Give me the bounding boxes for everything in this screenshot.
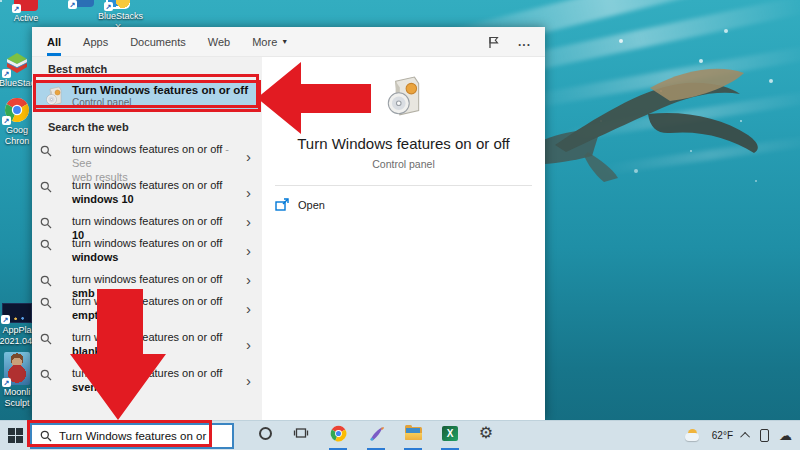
search-input[interactable] bbox=[59, 430, 209, 442]
device-icon[interactable] bbox=[760, 429, 769, 442]
tray-expand-icon[interactable] bbox=[740, 431, 750, 441]
search-web-header: Search the web bbox=[32, 120, 262, 138]
taskbar-file-explorer-button[interactable] bbox=[403, 423, 423, 443]
start-button[interactable] bbox=[8, 428, 23, 443]
taskbar-search-box[interactable] bbox=[30, 423, 234, 449]
shortcut-arrow-icon: ↗ bbox=[2, 116, 11, 125]
search-icon bbox=[40, 179, 52, 197]
tab-documents[interactable]: Documents bbox=[130, 27, 186, 56]
chevron-down-icon: ▼ bbox=[281, 38, 288, 45]
search-icon bbox=[40, 295, 52, 313]
search-suggestion[interactable]: turn windows features on or off windows … bbox=[32, 232, 262, 268]
search-icon bbox=[40, 273, 52, 291]
search-icon bbox=[40, 331, 52, 349]
tab-web[interactable]: Web bbox=[208, 27, 230, 56]
desktop-icon-bluestacks[interactable]: ↗ BlueStac bbox=[0, 50, 36, 89]
search-suggestion[interactable]: turn windows features on or off svenska … bbox=[32, 362, 262, 398]
best-match-header: Best match bbox=[32, 62, 262, 80]
desktop-icon-label: Active bbox=[6, 13, 46, 24]
best-match-subtitle: Control panel bbox=[72, 97, 248, 109]
freediver-silhouette bbox=[500, 40, 800, 200]
search-icon bbox=[40, 237, 52, 255]
desktop-icon-moonlight-sculptor[interactable]: ↗ MoonliSculpt bbox=[0, 352, 36, 409]
desktop-icon-label: GoogChron bbox=[0, 125, 36, 147]
chrome-icon bbox=[330, 425, 347, 442]
desktop-icon-unknown[interactable]: ↗ bbox=[62, 0, 102, 9]
cortana-button[interactable] bbox=[255, 423, 275, 443]
ellipsis-menu-icon[interactable]: ... bbox=[518, 35, 531, 49]
chevron-right-icon[interactable]: › bbox=[246, 372, 251, 389]
desktop-icon-active[interactable]: ↗ Active bbox=[6, 0, 46, 24]
excel-icon: X bbox=[442, 426, 458, 441]
shortcut-arrow-icon: ↗ bbox=[2, 69, 11, 78]
search-suggestion[interactable]: turn windows features on or off empty › bbox=[32, 290, 262, 326]
chevron-right-icon[interactable]: › bbox=[246, 148, 251, 165]
taskbar-chrome-button[interactable] bbox=[328, 423, 348, 443]
system-tray: 62°F ☁ bbox=[685, 420, 800, 450]
search-suggestion[interactable]: turn windows features on or off smb › bbox=[32, 268, 262, 290]
weather-icon[interactable] bbox=[685, 429, 702, 442]
chevron-right-icon[interactable]: › bbox=[246, 184, 251, 201]
taskbar-settings-button[interactable]: ⚙ bbox=[476, 423, 496, 443]
open-label: Open bbox=[298, 199, 325, 211]
chevron-right-icon[interactable]: › bbox=[246, 213, 251, 230]
chevron-right-icon[interactable]: › bbox=[246, 336, 251, 353]
desktop-icon-label: MoonliSculpt bbox=[0, 387, 36, 409]
tab-more[interactable]: More▼ bbox=[252, 27, 288, 56]
desktop-icon-google-chrome[interactable]: ↗ GoogChron bbox=[0, 97, 36, 147]
task-view-icon bbox=[293, 426, 309, 440]
best-match-title: Turn Windows features on or off bbox=[72, 84, 248, 97]
water-bubbles bbox=[0, 0, 2, 2]
windows-features-icon bbox=[45, 86, 63, 107]
detail-subtitle: Control panel bbox=[262, 158, 545, 170]
desktop-icon-label: BlueStac bbox=[0, 78, 36, 89]
open-icon bbox=[275, 198, 289, 211]
shortcut-arrow-icon: ↗ bbox=[104, 2, 113, 11]
result-detail-pane: Turn Windows features on or off Control … bbox=[262, 57, 545, 420]
start-search-flyout: All Apps Documents Web More▼ ... Best ma… bbox=[32, 27, 545, 420]
search-suggestion[interactable]: turn windows features on or off blank › bbox=[32, 326, 262, 362]
gear-icon: ⚙ bbox=[479, 425, 493, 441]
taskbar-excel-button[interactable]: X bbox=[440, 423, 460, 443]
search-suggestion[interactable]: turn windows features on or off 10 › bbox=[32, 210, 262, 232]
task-view-button[interactable] bbox=[291, 423, 311, 443]
tab-all[interactable]: All bbox=[47, 27, 61, 56]
onedrive-cloud-icon[interactable]: ☁ bbox=[779, 429, 792, 442]
open-action[interactable]: Open bbox=[262, 186, 545, 211]
search-results-list: Best match Turn Windows features on or o… bbox=[32, 57, 262, 420]
search-icon bbox=[40, 430, 52, 442]
chevron-right-icon[interactable]: › bbox=[246, 271, 251, 288]
search-icon bbox=[40, 367, 52, 385]
paint-brush-icon bbox=[368, 425, 385, 442]
search-suggestion[interactable]: turn windows features on or off windows … bbox=[32, 174, 262, 210]
taskbar bbox=[0, 420, 800, 450]
windows-features-icon-large bbox=[385, 75, 423, 119]
search-filter-tabs: All Apps Documents Web More▼ ... bbox=[32, 27, 545, 57]
search-icon bbox=[40, 143, 52, 161]
search-suggestion[interactable]: turn windows features on or off - See we… bbox=[32, 138, 262, 174]
shortcut-arrow-icon: ↗ bbox=[12, 4, 21, 13]
tab-apps[interactable]: Apps bbox=[83, 27, 108, 56]
shortcut-arrow-icon: ↗ bbox=[68, 0, 77, 9]
chevron-right-icon[interactable]: › bbox=[246, 300, 251, 317]
temperature-readout[interactable]: 62°F bbox=[712, 430, 733, 441]
shortcut-arrow-icon: ↗ bbox=[1, 315, 10, 324]
search-icon bbox=[40, 215, 52, 233]
file-explorer-icon bbox=[405, 427, 422, 440]
best-match-item[interactable]: Turn Windows features on or off Control … bbox=[33, 80, 261, 112]
feedback-icon[interactable] bbox=[486, 36, 500, 49]
taskbar-paint-app-button[interactable] bbox=[366, 423, 386, 443]
shortcut-arrow-icon: ↗ bbox=[2, 378, 11, 387]
detail-title: Turn Windows features on or off bbox=[262, 135, 545, 153]
chevron-right-icon[interactable]: › bbox=[246, 242, 251, 259]
